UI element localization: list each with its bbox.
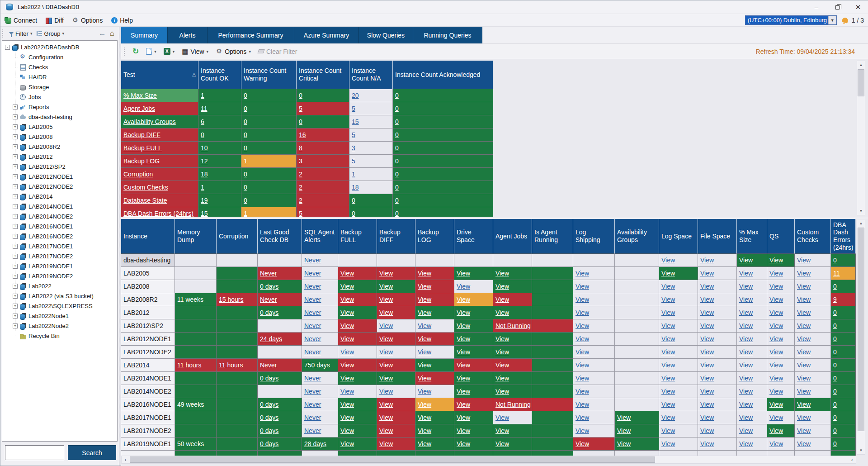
- expand-icon[interactable]: +: [13, 244, 18, 249]
- collapse-icon[interactable]: -: [5, 45, 10, 50]
- cell-link[interactable]: View: [700, 283, 714, 290]
- instance-cell-backup-log[interactable]: View: [415, 346, 454, 359]
- instance-cell-custom-checks[interactable]: View: [795, 254, 831, 267]
- cell-link[interactable]: 1: [244, 210, 247, 217]
- instance-cell-dba-dash-errors-24hrs[interactable]: 0: [831, 346, 856, 359]
- instance-cell-backup-log[interactable]: View: [415, 398, 454, 411]
- cell-link[interactable]: View: [661, 335, 675, 342]
- chevron-down-icon[interactable]: ▼: [828, 16, 836, 24]
- summary-cell-instance-count-n-a[interactable]: 18: [349, 181, 393, 194]
- scroll-down-icon[interactable]: ▼: [857, 447, 865, 454]
- cell-link[interactable]: View: [797, 414, 811, 421]
- instance-cell-backup-diff[interactable]: View: [377, 398, 415, 411]
- cell-link[interactable]: View: [379, 361, 393, 369]
- instance-cell-dba-dash-errors-24hrs[interactable]: 0: [831, 424, 856, 437]
- cell-link[interactable]: View: [576, 388, 589, 395]
- instance-cell-backup-full[interactable]: View: [338, 293, 377, 306]
- instance-cell-availability-groups[interactable]: View: [615, 437, 659, 451]
- cell-link[interactable]: View: [340, 322, 354, 329]
- cell-link[interactable]: View: [379, 401, 393, 408]
- instance-cell-sql-agent-alerts[interactable]: Never: [302, 319, 338, 333]
- cell-link[interactable]: View: [340, 270, 354, 277]
- instance-cell-qs[interactable]: View: [767, 359, 795, 372]
- tab-slow-queries[interactable]: Slow Queries: [359, 27, 413, 43]
- column-header-qs[interactable]: QS: [767, 219, 795, 254]
- cell-link[interactable]: View: [797, 361, 811, 369]
- cell-link[interactable]: 0: [352, 197, 355, 204]
- cell-link[interactable]: View: [700, 257, 714, 264]
- instance-cell-backup-full[interactable]: View: [338, 319, 377, 333]
- cell-link[interactable]: View: [739, 427, 753, 434]
- summary-cell-instance-count-ok[interactable]: 12: [198, 155, 241, 168]
- instance-cell-last-good-check-db[interactable]: 24 days: [258, 333, 302, 346]
- cell-link[interactable]: View: [739, 257, 753, 264]
- cell-link[interactable]: View: [797, 388, 811, 395]
- cell-link[interactable]: View: [576, 427, 589, 434]
- instance-cell-backup-log[interactable]: View: [415, 267, 454, 280]
- tree-item-lab2014[interactable]: +LAB2014: [2, 191, 117, 201]
- summary-cell-instance-count-critical[interactable]: 2: [297, 181, 349, 194]
- instance-cell-file-space[interactable]: View: [698, 280, 737, 293]
- cell-link[interactable]: View: [769, 322, 783, 329]
- column-header-corruption[interactable]: Corruption: [217, 219, 258, 254]
- cell-link[interactable]: View: [576, 361, 589, 369]
- instance-cell-sql-agent-alerts[interactable]: 750 days: [302, 359, 338, 372]
- cell-link[interactable]: 1: [244, 157, 247, 165]
- cell-link[interactable]: 3: [352, 144, 355, 152]
- summary-cell-instance-count-ok[interactable]: 0: [198, 128, 241, 142]
- instance-cell-last-good-check-db[interactable]: 0 days: [258, 372, 302, 385]
- cell-link[interactable]: Never: [304, 257, 321, 264]
- summary-cell-instance-count-critical[interactable]: 16: [297, 128, 349, 142]
- instance-cell-sql-agent-alerts[interactable]: Never: [302, 333, 338, 346]
- cell-link[interactable]: View: [418, 309, 431, 316]
- cell-link[interactable]: View: [340, 283, 354, 290]
- cell-link[interactable]: View: [769, 335, 783, 342]
- cell-link[interactable]: 0 days: [260, 283, 278, 290]
- cell-link[interactable]: View: [769, 257, 783, 264]
- tab-summary[interactable]: Summary: [121, 27, 168, 43]
- tree-item-lab2014node2[interactable]: +LAB2014NODE2: [2, 211, 117, 221]
- cell-link[interactable]: 0 days: [260, 375, 278, 382]
- cell-link[interactable]: View: [797, 401, 811, 408]
- cell-link[interactable]: View: [379, 322, 393, 329]
- cell-link[interactable]: View: [700, 440, 714, 447]
- summary-cell-instance-count-critical[interactable]: 5: [297, 207, 349, 217]
- instance-cell-backup-full[interactable]: View: [338, 267, 377, 280]
- column-header-last-good-check-db[interactable]: Last Good Check DB: [258, 219, 302, 254]
- summary-cell-instance-count-n-a[interactable]: 5: [349, 128, 393, 142]
- instance-cell-memory-dump[interactable]: 11 hours: [175, 359, 217, 372]
- cell-link[interactable]: Corruption: [123, 171, 153, 178]
- instance-cell-agent-jobs[interactable]: View: [493, 385, 532, 398]
- instance-cell-dba-dash-errors-24hrs[interactable]: 0: [831, 254, 856, 267]
- instance-cell-log-space[interactable]: View: [659, 385, 698, 398]
- back-arrow-icon[interactable]: ←: [99, 29, 106, 38]
- instance-cell-custom-checks[interactable]: View: [795, 280, 831, 293]
- instance-cell-last-good-check-db[interactable]: Never: [258, 359, 302, 372]
- instance-cell-log-shipping[interactable]: View: [573, 293, 615, 306]
- cell-link[interactable]: View: [700, 401, 714, 408]
- cell-link[interactable]: View: [576, 375, 589, 382]
- cell-link[interactable]: 0: [395, 105, 399, 112]
- cell-link[interactable]: View: [576, 270, 589, 277]
- cell-link[interactable]: 2: [299, 171, 302, 178]
- summary-cell-instance-count-critical[interactable]: 2: [297, 168, 349, 181]
- instance-cell-log-space[interactable]: View: [659, 333, 698, 346]
- summary-cell-test[interactable]: Corruption: [121, 168, 198, 181]
- instance-cell-custom-checks[interactable]: View: [795, 437, 831, 451]
- scrollbar-thumb[interactable]: [858, 69, 864, 96]
- cell-link[interactable]: View: [700, 335, 714, 342]
- cell-link[interactable]: 0: [833, 322, 837, 329]
- summary-cell-instance-count-acknowledged[interactable]: 0: [393, 102, 493, 115]
- instance-cell-backup-full[interactable]: View: [338, 398, 377, 411]
- instance-cell-drive-space[interactable]: View: [454, 319, 493, 333]
- cell-link[interactable]: 5: [299, 105, 302, 112]
- column-header-log-shipping[interactable]: Log Shipping: [573, 219, 615, 254]
- instance-cell-file-space[interactable]: View: [698, 267, 737, 280]
- cell-link[interactable]: View: [700, 375, 714, 382]
- column-header-test[interactable]: Test△: [121, 61, 198, 89]
- instance-cell-file-space[interactable]: View: [698, 398, 737, 411]
- cell-link[interactable]: View: [418, 322, 431, 329]
- cell-link[interactable]: 0: [244, 131, 247, 138]
- cell-link[interactable]: View: [418, 427, 431, 434]
- instance-cell-last-good-check-db[interactable]: Never: [258, 293, 302, 306]
